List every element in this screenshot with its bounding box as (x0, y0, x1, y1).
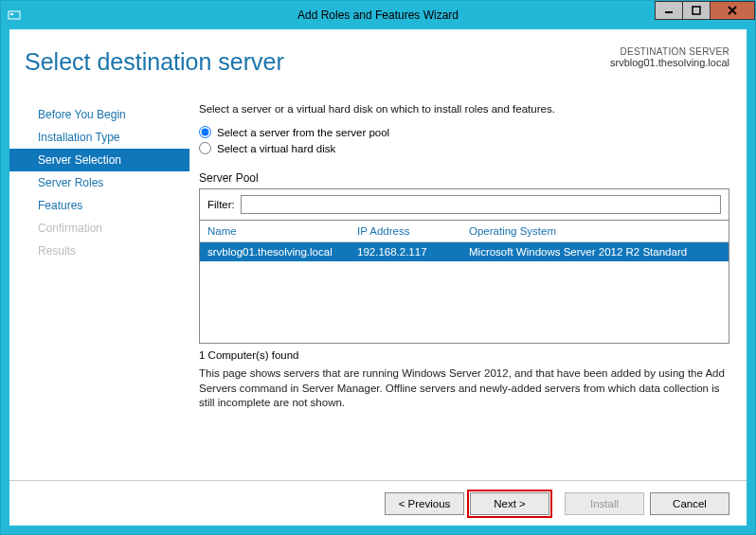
page-description: This page shows servers that are running… (199, 366, 729, 411)
titlebar: Add Roles and Features Wizard (1, 1, 755, 29)
content-frame: Select destination server DESTINATION SE… (1, 29, 755, 534)
next-button[interactable]: Next > (470, 492, 549, 515)
col-header-name[interactable]: Name (207, 225, 357, 237)
sidebar-item-features[interactable]: Features (9, 194, 189, 217)
sidebar-item-server-selection[interactable]: Server Selection (9, 149, 189, 171)
cell-name: srvblog01.thesolving.local (207, 246, 357, 258)
intro-text: Select a server or a virtual hard disk o… (199, 103, 729, 115)
radio-vhd[interactable]: Select a virtual hard disk (199, 142, 729, 154)
sidebar-item-before-you-begin[interactable]: Before You Begin (9, 103, 189, 126)
wizard-footer: < Previous Next > Install Cancel (9, 480, 747, 526)
app-icon (7, 8, 22, 23)
computer-count: 1 Computer(s) found (199, 349, 729, 361)
destination-label: DESTINATION SERVER (610, 46, 729, 57)
radio-server-pool-input[interactable] (199, 126, 211, 138)
col-header-os[interactable]: Operating System (469, 225, 721, 237)
sidebar-item-confirmation: Confirmation (9, 217, 189, 240)
grid-row[interactable]: srvblog01.thesolving.local 192.168.2.117… (200, 242, 729, 261)
filter-label: Filter: (207, 199, 235, 210)
radio-vhd-label: Select a virtual hard disk (217, 143, 335, 154)
window-title: Add Roles and Features Wizard (1, 9, 755, 22)
destination-info: DESTINATION SERVER srvblog01.thesolving.… (610, 46, 729, 68)
cell-os: Microsoft Windows Server 2012 R2 Standar… (469, 246, 721, 258)
sidebar-item-installation-type[interactable]: Installation Type (9, 126, 189, 149)
maximize-button[interactable] (682, 1, 711, 20)
main-panel: Select a server or a virtual hard disk o… (199, 103, 729, 474)
filter-row: Filter: (199, 188, 729, 221)
svg-rect-0 (9, 11, 20, 19)
sidebar-item-server-roles[interactable]: Server Roles (9, 171, 189, 194)
page-title: Select destination server (25, 48, 284, 76)
install-button: Install (565, 492, 644, 515)
minimize-button[interactable] (655, 1, 683, 20)
cancel-button[interactable]: Cancel (650, 492, 729, 515)
window-controls (656, 1, 755, 20)
radio-server-pool-label: Select a server from the server pool (217, 127, 389, 138)
svg-rect-1 (10, 13, 13, 15)
grid-header: Name IP Address Operating System (200, 221, 729, 242)
destination-server: srvblog01.thesolving.local (610, 57, 729, 68)
wizard-sidebar: Before You Begin Installation Type Serve… (9, 103, 189, 262)
svg-rect-3 (693, 7, 700, 14)
server-pool-label: Server Pool (199, 171, 729, 185)
previous-button[interactable]: < Previous (385, 492, 464, 515)
close-button[interactable] (710, 1, 755, 20)
col-header-ip[interactable]: IP Address (357, 225, 469, 237)
filter-input[interactable] (241, 195, 721, 214)
server-grid: Name IP Address Operating System srvblog… (199, 221, 729, 344)
cell-ip: 192.168.2.117 (357, 246, 469, 258)
sidebar-item-results: Results (9, 240, 189, 262)
radio-server-pool[interactable]: Select a server from the server pool (199, 126, 729, 138)
radio-vhd-input[interactable] (199, 142, 211, 154)
